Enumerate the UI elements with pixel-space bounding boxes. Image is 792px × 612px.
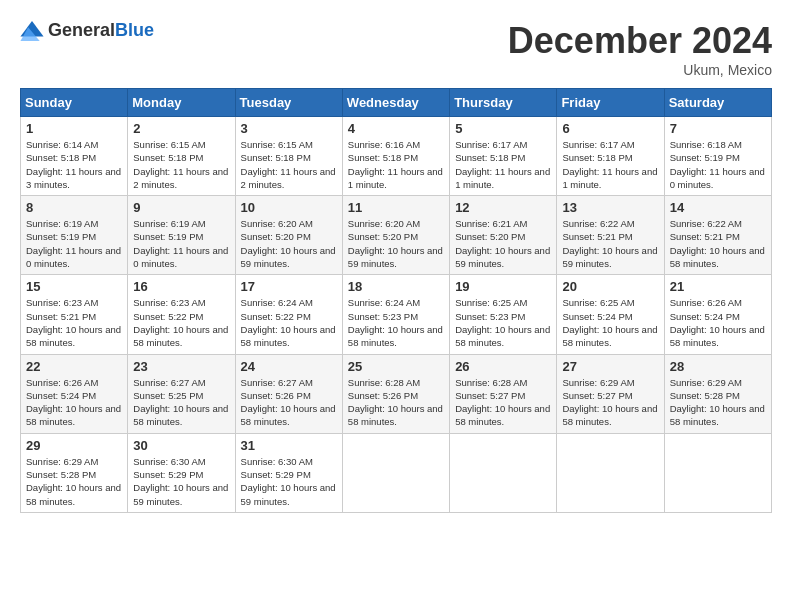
day-info: Sunrise: 6:23 AM Sunset: 5:22 PM Dayligh… <box>133 296 229 349</box>
day-number: 8 <box>26 200 122 215</box>
day-info: Sunrise: 6:17 AM Sunset: 5:18 PM Dayligh… <box>455 138 551 191</box>
weekday-header: Thursday <box>450 89 557 117</box>
calendar-day-cell <box>557 433 664 512</box>
calendar-day-cell: 14 Sunrise: 6:22 AM Sunset: 5:21 PM Dayl… <box>664 196 771 275</box>
day-info: Sunrise: 6:19 AM Sunset: 5:19 PM Dayligh… <box>133 217 229 270</box>
day-number: 24 <box>241 359 337 374</box>
day-number: 5 <box>455 121 551 136</box>
day-info: Sunrise: 6:15 AM Sunset: 5:18 PM Dayligh… <box>241 138 337 191</box>
day-number: 23 <box>133 359 229 374</box>
logo-text-general: General <box>48 20 115 40</box>
calendar-day-cell: 3 Sunrise: 6:15 AM Sunset: 5:18 PM Dayli… <box>235 117 342 196</box>
calendar-day-cell: 4 Sunrise: 6:16 AM Sunset: 5:18 PM Dayli… <box>342 117 449 196</box>
day-number: 14 <box>670 200 766 215</box>
calendar-day-cell: 5 Sunrise: 6:17 AM Sunset: 5:18 PM Dayli… <box>450 117 557 196</box>
day-number: 9 <box>133 200 229 215</box>
day-info: Sunrise: 6:23 AM Sunset: 5:21 PM Dayligh… <box>26 296 122 349</box>
day-info: Sunrise: 6:20 AM Sunset: 5:20 PM Dayligh… <box>241 217 337 270</box>
logo-icon <box>20 21 44 41</box>
calendar-day-cell: 29 Sunrise: 6:29 AM Sunset: 5:28 PM Dayl… <box>21 433 128 512</box>
day-info: Sunrise: 6:17 AM Sunset: 5:18 PM Dayligh… <box>562 138 658 191</box>
day-info: Sunrise: 6:27 AM Sunset: 5:26 PM Dayligh… <box>241 376 337 429</box>
day-info: Sunrise: 6:27 AM Sunset: 5:25 PM Dayligh… <box>133 376 229 429</box>
calendar-day-cell: 16 Sunrise: 6:23 AM Sunset: 5:22 PM Dayl… <box>128 275 235 354</box>
day-info: Sunrise: 6:29 AM Sunset: 5:28 PM Dayligh… <box>26 455 122 508</box>
weekday-header: Wednesday <box>342 89 449 117</box>
day-info: Sunrise: 6:14 AM Sunset: 5:18 PM Dayligh… <box>26 138 122 191</box>
day-info: Sunrise: 6:19 AM Sunset: 5:19 PM Dayligh… <box>26 217 122 270</box>
day-info: Sunrise: 6:26 AM Sunset: 5:24 PM Dayligh… <box>670 296 766 349</box>
title-block: December 2024 Ukum, Mexico <box>508 20 772 78</box>
day-info: Sunrise: 6:21 AM Sunset: 5:20 PM Dayligh… <box>455 217 551 270</box>
day-number: 28 <box>670 359 766 374</box>
calendar-day-cell: 18 Sunrise: 6:24 AM Sunset: 5:23 PM Dayl… <box>342 275 449 354</box>
day-info: Sunrise: 6:20 AM Sunset: 5:20 PM Dayligh… <box>348 217 444 270</box>
page-header: GeneralBlue December 2024 Ukum, Mexico <box>20 20 772 78</box>
day-info: Sunrise: 6:22 AM Sunset: 5:21 PM Dayligh… <box>670 217 766 270</box>
calendar-week-row: 8 Sunrise: 6:19 AM Sunset: 5:19 PM Dayli… <box>21 196 772 275</box>
day-info: Sunrise: 6:24 AM Sunset: 5:22 PM Dayligh… <box>241 296 337 349</box>
day-number: 10 <box>241 200 337 215</box>
calendar-day-cell <box>342 433 449 512</box>
month-title: December 2024 <box>508 20 772 62</box>
day-info: Sunrise: 6:30 AM Sunset: 5:29 PM Dayligh… <box>133 455 229 508</box>
calendar-day-cell: 11 Sunrise: 6:20 AM Sunset: 5:20 PM Dayl… <box>342 196 449 275</box>
calendar-day-cell: 19 Sunrise: 6:25 AM Sunset: 5:23 PM Dayl… <box>450 275 557 354</box>
day-info: Sunrise: 6:25 AM Sunset: 5:23 PM Dayligh… <box>455 296 551 349</box>
day-number: 27 <box>562 359 658 374</box>
weekday-header-row: SundayMondayTuesdayWednesdayThursdayFrid… <box>21 89 772 117</box>
day-info: Sunrise: 6:26 AM Sunset: 5:24 PM Dayligh… <box>26 376 122 429</box>
day-info: Sunrise: 6:29 AM Sunset: 5:27 PM Dayligh… <box>562 376 658 429</box>
day-number: 11 <box>348 200 444 215</box>
weekday-header: Monday <box>128 89 235 117</box>
day-number: 16 <box>133 279 229 294</box>
weekday-header: Friday <box>557 89 664 117</box>
logo-text-blue: Blue <box>115 20 154 40</box>
calendar-day-cell: 26 Sunrise: 6:28 AM Sunset: 5:27 PM Dayl… <box>450 354 557 433</box>
calendar-day-cell: 22 Sunrise: 6:26 AM Sunset: 5:24 PM Dayl… <box>21 354 128 433</box>
day-info: Sunrise: 6:25 AM Sunset: 5:24 PM Dayligh… <box>562 296 658 349</box>
calendar-day-cell: 2 Sunrise: 6:15 AM Sunset: 5:18 PM Dayli… <box>128 117 235 196</box>
day-info: Sunrise: 6:28 AM Sunset: 5:26 PM Dayligh… <box>348 376 444 429</box>
location: Ukum, Mexico <box>508 62 772 78</box>
calendar-table: SundayMondayTuesdayWednesdayThursdayFrid… <box>20 88 772 513</box>
calendar-day-cell: 25 Sunrise: 6:28 AM Sunset: 5:26 PM Dayl… <box>342 354 449 433</box>
logo: GeneralBlue <box>20 20 154 41</box>
day-number: 22 <box>26 359 122 374</box>
calendar-day-cell: 20 Sunrise: 6:25 AM Sunset: 5:24 PM Dayl… <box>557 275 664 354</box>
day-number: 21 <box>670 279 766 294</box>
day-info: Sunrise: 6:22 AM Sunset: 5:21 PM Dayligh… <box>562 217 658 270</box>
calendar-day-cell: 23 Sunrise: 6:27 AM Sunset: 5:25 PM Dayl… <box>128 354 235 433</box>
calendar-week-row: 22 Sunrise: 6:26 AM Sunset: 5:24 PM Dayl… <box>21 354 772 433</box>
calendar-day-cell: 10 Sunrise: 6:20 AM Sunset: 5:20 PM Dayl… <box>235 196 342 275</box>
calendar-day-cell: 12 Sunrise: 6:21 AM Sunset: 5:20 PM Dayl… <box>450 196 557 275</box>
day-number: 30 <box>133 438 229 453</box>
calendar-day-cell: 17 Sunrise: 6:24 AM Sunset: 5:22 PM Dayl… <box>235 275 342 354</box>
day-number: 15 <box>26 279 122 294</box>
day-number: 18 <box>348 279 444 294</box>
weekday-header: Tuesday <box>235 89 342 117</box>
day-number: 6 <box>562 121 658 136</box>
day-number: 13 <box>562 200 658 215</box>
day-number: 7 <box>670 121 766 136</box>
calendar-day-cell: 7 Sunrise: 6:18 AM Sunset: 5:19 PM Dayli… <box>664 117 771 196</box>
calendar-week-row: 1 Sunrise: 6:14 AM Sunset: 5:18 PM Dayli… <box>21 117 772 196</box>
calendar-day-cell: 28 Sunrise: 6:29 AM Sunset: 5:28 PM Dayl… <box>664 354 771 433</box>
day-number: 19 <box>455 279 551 294</box>
calendar-day-cell: 6 Sunrise: 6:17 AM Sunset: 5:18 PM Dayli… <box>557 117 664 196</box>
day-number: 26 <box>455 359 551 374</box>
day-number: 17 <box>241 279 337 294</box>
calendar-day-cell <box>450 433 557 512</box>
calendar-day-cell <box>664 433 771 512</box>
day-number: 31 <box>241 438 337 453</box>
calendar-week-row: 29 Sunrise: 6:29 AM Sunset: 5:28 PM Dayl… <box>21 433 772 512</box>
day-info: Sunrise: 6:16 AM Sunset: 5:18 PM Dayligh… <box>348 138 444 191</box>
calendar-day-cell: 1 Sunrise: 6:14 AM Sunset: 5:18 PM Dayli… <box>21 117 128 196</box>
calendar-day-cell: 30 Sunrise: 6:30 AM Sunset: 5:29 PM Dayl… <box>128 433 235 512</box>
calendar-day-cell: 9 Sunrise: 6:19 AM Sunset: 5:19 PM Dayli… <box>128 196 235 275</box>
day-info: Sunrise: 6:30 AM Sunset: 5:29 PM Dayligh… <box>241 455 337 508</box>
day-number: 20 <box>562 279 658 294</box>
day-info: Sunrise: 6:24 AM Sunset: 5:23 PM Dayligh… <box>348 296 444 349</box>
day-number: 29 <box>26 438 122 453</box>
calendar-day-cell: 24 Sunrise: 6:27 AM Sunset: 5:26 PM Dayl… <box>235 354 342 433</box>
